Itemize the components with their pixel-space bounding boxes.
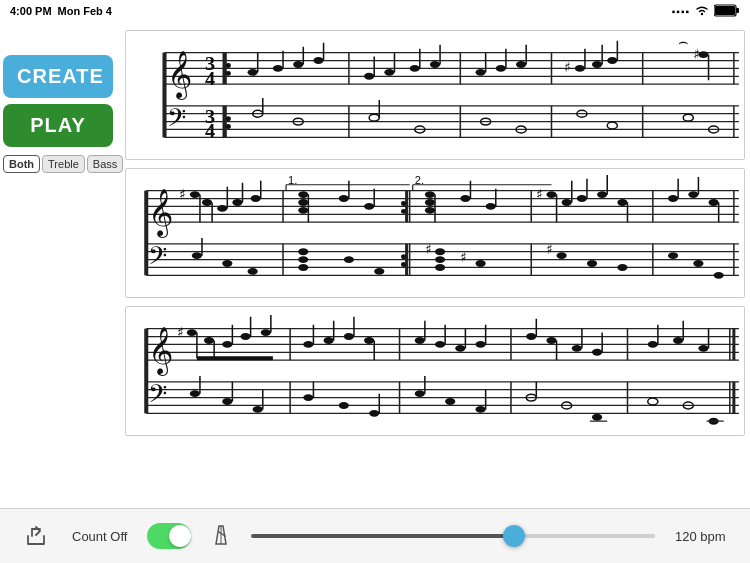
status-bar: 4:00 PM Mon Feb 4 ▪▪▪▪ [0, 0, 750, 22]
svg-point-101 [202, 199, 212, 206]
tempo-slider-thumb[interactable] [503, 525, 525, 547]
svg-point-112 [248, 268, 258, 275]
svg-point-69 [592, 61, 602, 68]
svg-point-266 [673, 337, 683, 344]
svg-point-161 [562, 199, 572, 206]
svg-point-58 [496, 65, 506, 72]
svg-point-134 [298, 248, 308, 255]
svg-point-67 [575, 65, 585, 72]
svg-point-118 [298, 191, 308, 198]
svg-text:𝄢: 𝄢 [167, 105, 186, 138]
svg-point-253 [572, 345, 582, 352]
svg-point-148 [486, 203, 496, 210]
svg-point-36 [313, 57, 323, 64]
svg-point-81 [683, 114, 693, 121]
svg-point-137 [344, 256, 354, 263]
svg-point-229 [339, 402, 349, 409]
status-day: Mon Feb 4 [58, 5, 112, 17]
svg-point-29 [226, 124, 231, 129]
svg-point-183 [714, 272, 724, 279]
svg-text:⌢: ⌢ [678, 33, 689, 50]
bass-staff-lines [164, 106, 738, 138]
clef-selector: Both Treble Bass [3, 155, 123, 173]
svg-point-172 [617, 264, 627, 271]
count-off-label: Count Off [72, 529, 127, 544]
svg-point-245 [476, 406, 486, 413]
signal-icon: ▪▪▪▪ [672, 6, 690, 17]
count-off-toggle[interactable] [147, 523, 191, 549]
svg-point-213 [222, 398, 232, 405]
svg-point-136 [298, 264, 308, 271]
svg-point-79 [698, 51, 708, 58]
svg-point-181 [668, 252, 678, 259]
svg-point-74 [607, 122, 617, 129]
svg-point-230 [369, 410, 379, 417]
svg-text:♯: ♯ [536, 187, 543, 202]
music-area: 𝄞 𝄢 3 4 3 4 [125, 30, 745, 508]
svg-point-49 [430, 61, 440, 68]
svg-point-111 [222, 260, 232, 267]
svg-point-238 [455, 345, 465, 352]
svg-text:𝄞: 𝄞 [148, 327, 173, 377]
svg-text:𝄞: 𝄞 [148, 189, 173, 239]
svg-point-132 [401, 254, 406, 259]
svg-rect-3 [736, 8, 739, 13]
svg-point-182 [693, 260, 703, 267]
svg-point-107 [251, 195, 261, 202]
svg-point-142 [425, 191, 435, 198]
svg-point-165 [597, 191, 607, 198]
svg-text:♯: ♯ [564, 61, 571, 76]
battery-icon [714, 4, 740, 19]
svg-point-255 [592, 349, 602, 356]
svg-point-204 [222, 341, 232, 348]
svg-point-32 [273, 65, 283, 72]
svg-point-152 [435, 256, 445, 263]
share-button[interactable] [20, 520, 52, 552]
clef-bass-button[interactable]: Bass [87, 155, 123, 173]
svg-point-119 [298, 199, 308, 206]
svg-point-211 [190, 390, 200, 397]
bpm-display: 120 bpm [675, 529, 730, 544]
svg-point-146 [460, 195, 470, 202]
svg-point-45 [384, 69, 394, 76]
clef-treble-button[interactable]: Treble [42, 155, 85, 173]
svg-point-249 [526, 333, 536, 340]
svg-point-240 [476, 341, 486, 348]
svg-point-179 [709, 199, 719, 206]
svg-text:1.: 1. [288, 174, 297, 186]
svg-point-268 [698, 345, 708, 352]
svg-point-24 [226, 63, 231, 68]
svg-point-109 [192, 252, 202, 259]
left-panel: CREATE PLAY Both Treble Bass [3, 55, 123, 173]
svg-point-219 [303, 341, 313, 348]
svg-point-153 [435, 264, 445, 271]
play-button[interactable]: PLAY [3, 104, 113, 147]
treble-staff-lines [164, 53, 738, 85]
svg-point-175 [668, 195, 678, 202]
svg-point-0 [701, 13, 703, 15]
svg-text:𝄢: 𝄢 [148, 243, 167, 276]
staff-system-1: 𝄞 𝄢 3 4 3 4 [125, 30, 745, 160]
metronome-icon [211, 522, 231, 551]
svg-text:𝄞: 𝄞 [167, 51, 192, 101]
create-button[interactable]: CREATE [3, 55, 113, 98]
svg-point-133 [401, 262, 406, 267]
status-time: 4:00 PM [10, 5, 52, 17]
tempo-slider[interactable] [251, 534, 655, 538]
svg-text:♯: ♯ [425, 242, 432, 257]
clef-both-button[interactable]: Both [3, 155, 40, 173]
wifi-icon [694, 4, 710, 18]
svg-point-208 [261, 329, 271, 336]
svg-point-105 [232, 199, 242, 206]
svg-point-151 [435, 248, 445, 255]
svg-point-47 [410, 65, 420, 72]
svg-point-260 [592, 414, 602, 421]
svg-text:4: 4 [205, 120, 215, 142]
svg-point-270 [648, 398, 658, 405]
svg-point-124 [364, 203, 374, 210]
svg-point-200 [187, 329, 197, 336]
svg-point-120 [298, 207, 308, 214]
svg-text:♯: ♯ [546, 242, 553, 257]
svg-point-103 [217, 205, 227, 212]
svg-text:2.: 2. [415, 174, 424, 186]
